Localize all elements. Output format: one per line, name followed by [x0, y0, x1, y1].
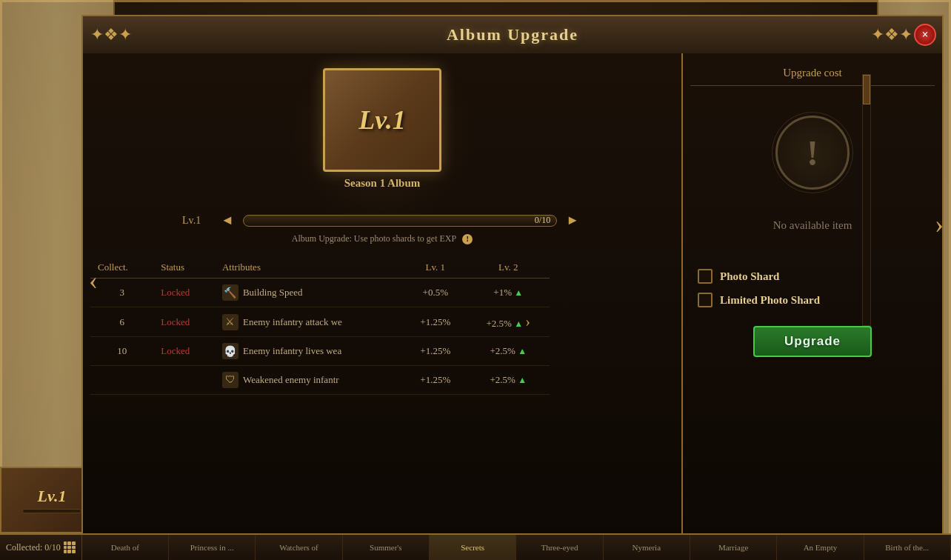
col-collect: Collect.	[90, 257, 153, 279]
col-status: Status	[153, 257, 215, 279]
close-button[interactable]: ×	[914, 24, 936, 46]
bottom-tab-8[interactable]: An Empty	[777, 535, 864, 560]
photo-shard-label: Photo Shard	[720, 270, 779, 283]
title-bar: ✦❖✦ Album Upgrade ✦❖✦ ×	[81, 15, 944, 53]
lv2-val: +2.5% ▲	[467, 337, 550, 366]
upgrade-button[interactable]: Upgrade	[753, 326, 872, 357]
no-item-text: No available item	[773, 219, 852, 232]
level-progress-bar: 0/10	[243, 215, 557, 227]
upgrade-hint: Album Upgrade: Use photo shards to get E…	[292, 233, 456, 244]
hint-icon[interactable]: !	[462, 234, 473, 244]
status-cell: Locked	[153, 337, 215, 366]
status-locked: Locked	[161, 316, 190, 327]
scroll-area[interactable]	[862, 74, 871, 326]
photo-shard-option: Photo Shard	[698, 269, 927, 284]
lv2-val: +1% ▲	[467, 279, 550, 307]
attribute-cell: 🔨 Building Speed	[215, 279, 404, 307]
album-level: Lv.1	[358, 104, 406, 136]
attr-text: Enemy infantry lives wea	[243, 345, 341, 357]
limited-shard-option: Limited Photo Shard	[698, 293, 927, 307]
collect-num: 10	[90, 337, 153, 366]
lv1-val: +0.5%	[404, 279, 467, 307]
collect-num: 3	[90, 279, 153, 307]
status-locked: Locked	[161, 345, 190, 356]
no-item-icon: !	[775, 116, 850, 190]
bottom-tab-6[interactable]: Nymeria	[604, 535, 690, 560]
table-row: 6Locked ⚔ Enemy infantry attack we +1.25…	[90, 307, 550, 337]
left-panel: Lv.1 Season 1 Album Lv.1 ◄ 0/10 ►	[83, 53, 683, 559]
attr-name: ⚔ Enemy infantry attack we	[222, 314, 396, 330]
right-panel: Upgrade cost ! No available item Photo S…	[683, 53, 942, 559]
attribute-cell: ⚔ Enemy infantry attack we	[215, 307, 404, 337]
photo-shard-checkbox[interactable]	[698, 269, 713, 284]
table-row: 10Locked 💀 Enemy infantry lives wea +1.2…	[90, 337, 550, 366]
attr-icon: ⚔	[222, 314, 238, 330]
lv2-val: +2.5% ▲	[467, 366, 550, 395]
main-content: Lv.1 Season 1 Album Lv.1 ◄ 0/10 ►	[81, 53, 944, 560]
lv1-val: +1.25%	[404, 366, 467, 395]
bottom-tab-0[interactable]: Death of	[82, 535, 169, 560]
limited-shard-checkbox[interactable]	[698, 293, 713, 307]
bottom-tab-5[interactable]: Three-eyed	[516, 535, 603, 560]
level-arrow-right[interactable]: ►	[563, 213, 582, 228]
table-row: 3Locked 🔨 Building Speed +0.5%+1% ▲	[90, 279, 550, 307]
level-bar-section: Lv.1 ◄ 0/10 ► Album Upgrade: Use photo s…	[175, 209, 590, 248]
bottom-bar: Collected: 0/10 Death ofPrincess in ...W…	[0, 533, 951, 560]
grid-view-icon[interactable]	[64, 541, 76, 553]
attr-icon: 🔨	[222, 284, 238, 301]
attr-text: Building Speed	[243, 287, 303, 299]
attr-name: 💀 Enemy infantry lives wea	[222, 343, 396, 359]
bottom-tab-2[interactable]: Watchers of	[256, 535, 342, 560]
album-book: Lv.1	[323, 68, 441, 172]
bottom-tab-1[interactable]: Princess in ...	[169, 535, 256, 560]
attr-icon: 💀	[222, 343, 238, 359]
shard-options: Photo Shard Limited Photo Shard	[690, 261, 935, 315]
bottom-tab-9[interactable]: Birth of the...	[864, 535, 951, 560]
nav-arrow-right[interactable]: ›	[935, 208, 944, 239]
status-cell: Locked	[153, 307, 215, 337]
attribute-cell: 💀 Enemy infantry lives wea	[215, 337, 404, 366]
attr-icon: 🛡	[222, 372, 238, 388]
status-locked: Locked	[161, 287, 190, 298]
up-arrow-icon: ▲	[514, 319, 523, 329]
lv1-val: +1.25%	[404, 307, 467, 337]
bottom-tabs: Death ofPrincess in ...Watchers ofSummer…	[82, 535, 951, 560]
level-label: Lv.1	[182, 215, 212, 227]
more-arrow[interactable]: ›	[525, 313, 530, 330]
attr-name: 🔨 Building Speed	[222, 284, 396, 301]
bottom-tab-7[interactable]: Marriage	[690, 535, 777, 560]
lv1-bottom-label: Lv.1	[38, 487, 67, 506]
album-frame: Lv.1 Season 1 Album	[308, 68, 456, 201]
up-arrow-icon: ▲	[518, 375, 527, 385]
nav-arrow-left[interactable]: ‹	[89, 264, 98, 296]
limited-shard-label: Limited Photo Shard	[720, 294, 820, 307]
dialog: ✦❖✦ Album Upgrade ✦❖✦ × Lv.1 Season 1 Al…	[81, 15, 944, 560]
collected-label: Collected: 0/10	[0, 535, 82, 560]
table-row: 🛡 Weakened enemy infantr +1.25%+2.5% ▲	[90, 366, 550, 395]
up-arrow-icon: ▲	[514, 287, 523, 298]
col-lv2: Lv. 2	[467, 257, 550, 279]
upgrade-cost-title: Upgrade cost	[690, 61, 935, 86]
attribute-cell: 🛡 Weakened enemy infantr	[215, 366, 404, 395]
no-item-exclaim: !	[807, 133, 818, 173]
title-deco-right: ✦❖✦	[871, 25, 912, 44]
up-arrow-icon: ▲	[518, 346, 527, 356]
attr-name: 🛡 Weakened enemy infantr	[222, 372, 396, 388]
lv1-val: +1.25%	[404, 337, 467, 366]
col-lv1: Lv. 1	[404, 257, 467, 279]
bottom-tab-4[interactable]: Secrets	[430, 535, 516, 560]
level-progress-text: 0/10	[535, 215, 550, 226]
col-attributes: Attributes	[215, 257, 404, 279]
title-deco-left: ✦❖✦	[90, 25, 132, 44]
level-arrow-left[interactable]: ◄	[218, 213, 237, 228]
attributes-table: Collect. Status Attributes Lv. 1 Lv. 2 3…	[90, 257, 550, 395]
attr-text: Enemy infantry attack we	[243, 316, 342, 328]
status-cell: Locked	[153, 279, 215, 307]
scroll-thumb[interactable]	[863, 75, 870, 104]
dialog-title: Album Upgrade	[447, 25, 578, 44]
level-bar-row: Lv.1 ◄ 0/10 ►	[182, 213, 582, 228]
collect-num: 6	[90, 307, 153, 337]
attr-text: Weakened enemy infantr	[243, 374, 339, 386]
lv2-val: +2.5% ▲ ›	[467, 307, 550, 337]
bottom-tab-3[interactable]: Summer's	[343, 535, 430, 560]
